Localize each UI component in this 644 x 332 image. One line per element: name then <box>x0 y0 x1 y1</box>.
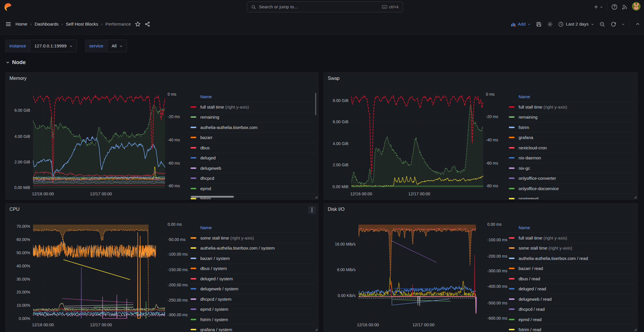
legend-label: epmd / system <box>200 307 228 312</box>
legend-swatch <box>509 329 515 330</box>
panel-menu-button[interactable] <box>308 206 316 214</box>
new-button[interactable] <box>593 4 603 9</box>
chart-canvas[interactable] <box>33 94 165 188</box>
breadcrumb-folder[interactable]: Self Host Blocks <box>66 22 98 27</box>
panel-resize-handle[interactable] <box>634 328 637 331</box>
legend-item[interactable]: fstrim / read <box>508 325 635 332</box>
help-button[interactable] <box>611 4 618 10</box>
breadcrumb-separator: › <box>61 22 63 27</box>
y-axis-tick-left: 2.00 GiB <box>324 163 348 167</box>
variable-label-service: service <box>85 40 108 52</box>
legend-item[interactable]: bazarr <box>190 133 315 143</box>
panel-resize-handle[interactable] <box>315 196 317 198</box>
legend-item[interactable]: grafana <box>508 133 635 143</box>
y-axis-tick-left: 20.00% <box>6 290 30 294</box>
legend-item[interactable]: delugeweb <box>190 163 315 173</box>
legend-item[interactable]: remaining <box>190 112 315 123</box>
panel-title[interactable]: CPU <box>9 206 20 212</box>
panel-resize-handle[interactable] <box>634 196 637 198</box>
y-axis-tick-left: 6.00 GiB <box>6 108 30 113</box>
news-button[interactable] <box>622 4 628 10</box>
chart-canvas[interactable] <box>33 225 165 319</box>
legend-label: some stall time (right y-axis) <box>519 246 572 250</box>
chart-canvas[interactable] <box>351 94 483 188</box>
refresh-interval-dropdown[interactable] <box>622 23 625 26</box>
panel-title[interactable]: Disk I/O <box>328 206 345 212</box>
panel-resize-handle[interactable] <box>315 328 317 331</box>
breadcrumb: Home › Dashboards › Self Host Blocks › P… <box>15 22 131 27</box>
collapse-toolbar-button[interactable] <box>635 22 640 26</box>
grafana-logo-icon[interactable] <box>3 3 12 11</box>
keyboard-icon <box>382 5 387 9</box>
legend-item[interactable]: nix-daemon <box>508 153 635 163</box>
favorite-button[interactable] <box>135 21 141 27</box>
legend-item[interactable]: dhcpcd / read <box>508 304 635 315</box>
search-shortcut: ctrl+k <box>382 5 399 9</box>
legend-header: Name <box>190 223 315 233</box>
legend-item[interactable]: full stall time (right y-axis) <box>508 233 635 243</box>
legend-label: deluged / system <box>200 276 233 281</box>
legend-item[interactable]: bazarr / read <box>508 264 635 274</box>
legend-item[interactable]: authelia-authelia.tiserbox.com / read <box>508 253 635 264</box>
search-input[interactable]: Search or jump to... ctrl+k <box>247 1 403 12</box>
legend-label: onlyoffice-converter <box>519 176 556 181</box>
legend-item[interactable]: deluged / read <box>508 284 635 294</box>
y-axis-tick-right: -400.00 ms <box>487 284 507 289</box>
legend-label: some stall time (right y-axis) <box>200 236 254 240</box>
legend-swatch <box>191 258 196 259</box>
legend-item[interactable]: epmd / read <box>508 314 635 325</box>
legend-item[interactable]: full stall time (right y-axis) <box>508 102 635 112</box>
share-button[interactable] <box>145 21 150 27</box>
save-dashboard-button[interactable] <box>536 21 542 27</box>
legend-item[interactable]: delugeweb / system <box>190 284 315 294</box>
dashboard-settings-button[interactable] <box>547 21 553 27</box>
y-axis-tick-right: -300.00 ms <box>487 269 507 273</box>
legend-item[interactable]: nix-gc <box>508 163 635 173</box>
legend-item[interactable]: onlyoffice-docservice <box>508 184 635 194</box>
legend-item[interactable]: authelia-authelia.tiserbox.com <box>190 122 315 133</box>
legend-scrollbar-vertical[interactable] <box>315 93 316 115</box>
y-axis-tick-left: 8.00 Mib/s <box>324 267 356 272</box>
variable-value-instance[interactable]: 127.0.0.1:19999 <box>30 40 77 52</box>
breadcrumb-home[interactable]: Home <box>15 22 27 27</box>
legend-item[interactable]: full stall time (right y-axis) <box>190 102 315 112</box>
variable-value-service[interactable]: All <box>108 40 127 52</box>
legend-item[interactable]: grafana / system <box>190 325 315 332</box>
legend-item[interactable]: epmd / system <box>190 304 315 315</box>
legend-item[interactable]: remaining <box>508 112 635 123</box>
legend-item[interactable]: delugeweb / read <box>508 294 635 304</box>
chart-canvas[interactable] <box>358 225 485 319</box>
legend-label: fstrim / system <box>200 317 228 322</box>
time-range-picker[interactable]: Last 2 days <box>558 22 594 27</box>
legend-item[interactable]: fstrim <box>508 122 635 133</box>
legend-item[interactable]: epmd <box>190 184 315 194</box>
legend-item[interactable]: onlyoffice-converter <box>508 173 635 184</box>
legend-item[interactable]: dhcpcd / system <box>190 294 315 304</box>
row-node[interactable]: Node <box>6 59 26 65</box>
legend-item[interactable]: nextcloud-cron <box>508 143 635 153</box>
legend-item[interactable]: some stall time (right y-axis) <box>508 243 635 254</box>
zoom-out-time-button[interactable] <box>599 21 605 27</box>
legend-item[interactable]: authelia-authelia.tiserbox.com / system <box>190 243 315 254</box>
panel-title[interactable]: Swap <box>328 76 340 81</box>
legend-item[interactable]: deluged / system <box>190 274 315 284</box>
legend-item[interactable]: dhcpcd <box>190 173 315 184</box>
mega-menu-button[interactable] <box>5 21 11 27</box>
legend-label: fstrim <box>519 125 529 130</box>
legend-item[interactable]: bazarr / system <box>190 253 315 264</box>
panel-title[interactable]: Memory <box>9 76 27 81</box>
legend-item[interactable]: fstrim / system <box>190 314 315 325</box>
avatar[interactable] <box>632 2 641 12</box>
y-axis-tick-right: -250.00 ms <box>168 298 188 302</box>
legend-item[interactable]: dbus / read <box>508 274 635 284</box>
breadcrumb-dashboards[interactable]: Dashboards <box>35 22 59 27</box>
legend-item[interactable]: deluged <box>190 153 315 163</box>
add-button[interactable]: Add <box>511 22 531 27</box>
legend-item[interactable]: dbus <box>190 143 315 153</box>
legend-item[interactable]: postgresql <box>508 194 635 200</box>
y-axis-tick-left: 4.00 GiB <box>324 141 348 146</box>
legend-item[interactable]: dbus / system <box>190 264 315 274</box>
legend-item[interactable]: some stall time (right y-axis) <box>190 233 315 243</box>
legend-scrollbar-horizontal[interactable] <box>191 196 234 198</box>
refresh-button[interactable] <box>610 21 616 27</box>
